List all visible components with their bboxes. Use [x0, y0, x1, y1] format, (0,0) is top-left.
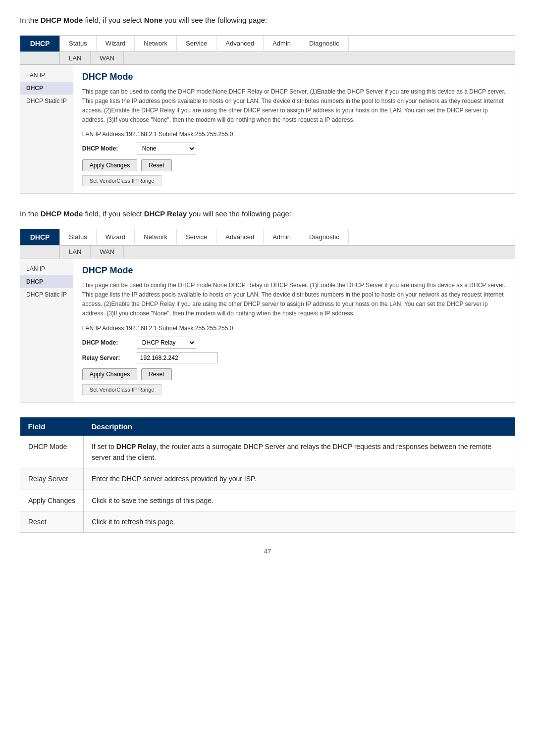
- router-panel-2: DHCP Status Wizard Network Service Advan…: [20, 229, 515, 403]
- nav-diagnostic-1[interactable]: Diagnostic: [300, 36, 349, 51]
- table-row: Reset Click it to refresh this page.: [20, 511, 515, 533]
- intro2-cont: page:: [273, 209, 292, 218]
- content-area-1: DHCP Mode This page can be used to confi…: [73, 65, 515, 194]
- desc-apply-changes: Click it to save the settings of this pa…: [83, 490, 515, 511]
- field-dhcp-mode: DHCP Mode: [20, 436, 84, 468]
- panel-body-1: LAN IP DHCP DHCP Static IP DHCP Mode Thi…: [20, 65, 515, 194]
- intro2-bold2: DHCP Relay: [144, 209, 187, 218]
- relay-server-row: Relay Server:: [82, 353, 506, 363]
- nav-wizard-1[interactable]: Wizard: [97, 36, 135, 51]
- nav-diagnostic-2[interactable]: Diagnostic: [300, 229, 349, 245]
- description-text-1: This page can be used to config the DHCP…: [82, 87, 506, 125]
- nav-network-1[interactable]: Network: [135, 36, 177, 51]
- sub-lan-2[interactable]: LAN: [60, 246, 91, 258]
- nav-service-1[interactable]: Service: [177, 36, 216, 51]
- dhcp-mode-select-1[interactable]: None: [137, 143, 196, 154]
- dhcp-mode-label-1: DHCP Mode:: [82, 145, 137, 152]
- apply-changes-button-1[interactable]: Apply Changes: [82, 159, 137, 171]
- nav-network-2[interactable]: Network: [135, 229, 177, 245]
- nav-admin-1[interactable]: Admin: [264, 36, 300, 51]
- panel-body-2: LAN IP DHCP DHCP Static IP DHCP Mode Thi…: [20, 258, 515, 402]
- sub-wan-2[interactable]: WAN: [91, 246, 124, 258]
- intro-paragraph-2: In the DHCP Mode field, if you select DH…: [20, 208, 515, 220]
- table-row: Apply Changes Click it to save the setti…: [20, 490, 515, 511]
- relay-server-label: Relay Server:: [82, 354, 137, 361]
- intro1-text-after: you will see the following page:: [164, 16, 267, 24]
- apply-changes-button-2[interactable]: Apply Changes: [82, 368, 137, 380]
- desc-reset: Click it to refresh this page.: [83, 511, 515, 533]
- intro1-bold2: None: [144, 16, 163, 24]
- page-title-2: DHCP Mode: [82, 265, 506, 276]
- menu-dhcp-static-2[interactable]: DHCP Static IP: [20, 288, 73, 301]
- page-number: 47: [20, 548, 515, 555]
- intro-paragraph-1: In the DHCP Mode field, if you select No…: [20, 15, 515, 26]
- relay-server-input[interactable]: [137, 353, 218, 363]
- menu-dhcp-2[interactable]: DHCP: [20, 275, 73, 288]
- sub-brand-2: [20, 246, 60, 258]
- reset-button-1[interactable]: Reset: [141, 159, 171, 171]
- sub-wan-1[interactable]: WAN: [91, 52, 124, 64]
- side-menu-1: LAN IP DHCP DHCP Static IP: [20, 65, 73, 194]
- field-apply-changes: Apply Changes: [20, 490, 84, 511]
- menu-lan-ip-2[interactable]: LAN IP: [20, 262, 73, 275]
- nav-wizard-2[interactable]: Wizard: [97, 229, 135, 245]
- dhcp-mode-select-2[interactable]: DHCP Relay: [137, 337, 196, 349]
- description-table: Field Description DHCP Mode If set to DH…: [20, 417, 515, 533]
- dhcp-mode-row-2: DHCP Mode: DHCP Relay: [82, 337, 506, 349]
- content-area-2: DHCP Mode This page can be used to confi…: [73, 258, 515, 402]
- nav-admin-2[interactable]: Admin: [264, 229, 300, 245]
- intro2-text-after: you will see the following: [189, 209, 270, 218]
- sub-nav-1: LAN WAN: [20, 52, 515, 65]
- reset-button-2[interactable]: Reset: [141, 368, 171, 380]
- table-row: Relay Server Enter the DHCP server addre…: [20, 468, 515, 490]
- intro1-text-middle: field, if you select: [85, 16, 144, 24]
- desc-dhcp-mode-bold: DHCP Relay: [116, 443, 157, 451]
- nav-advanced-1[interactable]: Advanced: [216, 36, 264, 51]
- vendor-class-link-1[interactable]: Set VendorClass IP Range: [82, 175, 162, 186]
- col-field-header: Field: [20, 417, 84, 436]
- dhcp-mode-row-1: DHCP Mode: None: [82, 143, 506, 154]
- field-reset: Reset: [20, 511, 84, 533]
- menu-lan-ip-1[interactable]: LAN IP: [20, 69, 73, 82]
- info-line-1: LAN IP Address:192.168.2.1 Subnet Mask:2…: [82, 131, 506, 138]
- description-text-2: This page can be used to config the DHCP…: [82, 281, 506, 319]
- top-nav-1: DHCP Status Wizard Network Service Advan…: [20, 36, 515, 52]
- desc-dhcp-mode: If set to DHCP Relay, the router acts a …: [83, 436, 515, 468]
- nav-items-1: Status Wizard Network Service Advanced A…: [60, 36, 515, 51]
- side-menu-2: LAN IP DHCP DHCP Static IP: [20, 258, 73, 402]
- desc-relay-server: Enter the DHCP server address provided b…: [83, 468, 515, 490]
- top-nav-2: DHCP Status Wizard Network Service Advan…: [20, 229, 515, 246]
- btn-row-1: Apply Changes Reset: [82, 159, 506, 171]
- sub-lan-1[interactable]: LAN: [60, 52, 91, 64]
- nav-service-2[interactable]: Service: [177, 229, 216, 245]
- info-line-2: LAN IP Address:192.168.2.1 Subnet Mask:2…: [82, 325, 506, 332]
- vendor-class-link-2[interactable]: Set VendorClass IP Range: [82, 384, 162, 395]
- sub-items-1: LAN WAN: [60, 52, 124, 64]
- brand-2: DHCP: [20, 229, 60, 245]
- intro2-text-middle: field, if you select: [85, 209, 144, 218]
- sub-brand-1: [20, 52, 60, 64]
- btn-row-2: Apply Changes Reset: [82, 368, 506, 380]
- dhcp-mode-label-2: DHCP Mode:: [82, 339, 137, 346]
- field-relay-server: Relay Server: [20, 468, 84, 490]
- sub-items-2: LAN WAN: [60, 246, 124, 258]
- nav-advanced-2[interactable]: Advanced: [216, 229, 264, 245]
- nav-status-2[interactable]: Status: [60, 229, 97, 245]
- menu-dhcp-static-1[interactable]: DHCP Static IP: [20, 95, 73, 107]
- nav-status-1[interactable]: Status: [60, 36, 97, 51]
- intro1-bold1: DHCP Mode: [41, 16, 83, 24]
- brand-1: DHCP: [20, 36, 60, 51]
- table-row: DHCP Mode If set to DHCP Relay, the rout…: [20, 436, 515, 468]
- nav-items-2: Status Wizard Network Service Advanced A…: [60, 229, 515, 245]
- sub-nav-2: LAN WAN: [20, 246, 515, 258]
- menu-dhcp-1[interactable]: DHCP: [20, 82, 73, 95]
- intro2-bold1: DHCP Mode: [41, 209, 83, 218]
- router-panel-1: DHCP Status Wizard Network Service Advan…: [20, 35, 515, 194]
- col-description-header: Description: [83, 417, 515, 436]
- page-title-1: DHCP Mode: [82, 72, 506, 82]
